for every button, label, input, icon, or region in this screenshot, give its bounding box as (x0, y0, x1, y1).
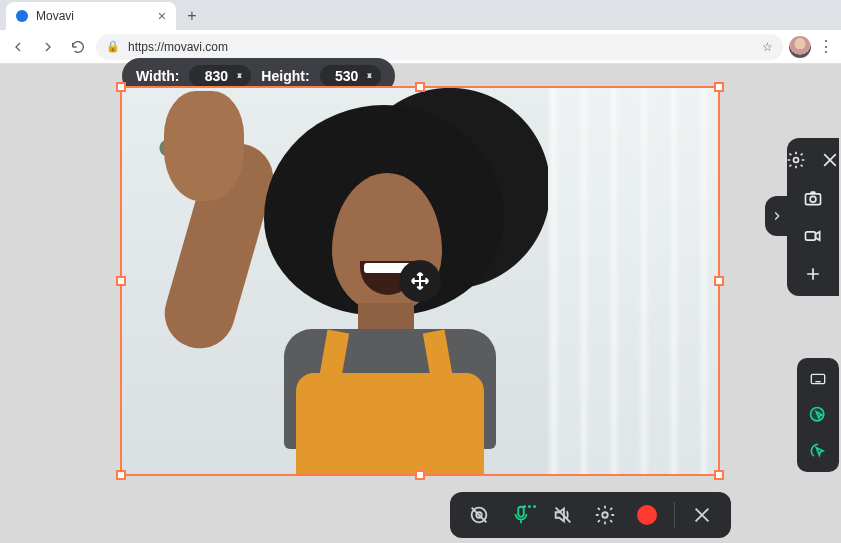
back-button[interactable] (6, 35, 30, 59)
divider (674, 502, 675, 528)
browser-chrome: Movavi × + 🔒 https://movavi.com ☆ ⋮ (0, 0, 841, 64)
svg-rect-1 (806, 194, 821, 205)
resize-handle-b[interactable] (415, 470, 425, 480)
move-selection-handle[interactable] (399, 260, 441, 302)
resize-handle-tl[interactable] (116, 82, 126, 92)
width-value: 830 (201, 68, 231, 84)
nav-bar: 🔒 https://movavi.com ☆ ⋮ (0, 30, 841, 64)
recorder-control-bar (450, 492, 731, 538)
svg-rect-3 (806, 232, 816, 240)
url-text: https://movavi.com (128, 40, 228, 54)
expand-panel-button[interactable] (765, 196, 789, 236)
tab-title: Movavi (36, 9, 74, 23)
record-dot-icon (637, 505, 657, 525)
recorder-settings-icon[interactable] (586, 496, 624, 534)
browser-menu-button[interactable]: ⋮ (817, 37, 835, 56)
system-audio-toggle-icon[interactable] (544, 496, 582, 534)
mic-level-indicator (523, 505, 536, 508)
resize-handle-tr[interactable] (714, 82, 724, 92)
close-tab-icon[interactable]: × (158, 9, 166, 23)
page-viewport: Width: 830 ▲ ▼ Height: 530 ▲ ▼ (0, 64, 841, 543)
height-label: Height: (261, 68, 309, 84)
height-field[interactable]: 530 ▲ ▼ (320, 65, 382, 87)
resize-handle-l[interactable] (116, 276, 126, 286)
capture-selection[interactable] (120, 86, 720, 476)
resize-handle-r[interactable] (714, 276, 724, 286)
svg-rect-8 (518, 507, 524, 517)
width-field[interactable]: 830 ▲ ▼ (189, 65, 251, 87)
video-camera-icon[interactable] (801, 224, 825, 248)
svg-point-0 (794, 158, 799, 163)
cancel-button[interactable] (683, 496, 721, 534)
record-button[interactable] (628, 496, 666, 534)
webcam-toggle-icon[interactable] (460, 496, 498, 534)
svg-point-2 (810, 196, 816, 202)
profile-avatar[interactable] (789, 36, 811, 58)
resize-handle-br[interactable] (714, 470, 724, 480)
webcam-person (244, 111, 524, 474)
tab-bar: Movavi × + (0, 0, 841, 30)
address-bar[interactable]: 🔒 https://movavi.com ☆ (96, 34, 783, 60)
webcam-background (548, 88, 718, 474)
camera-icon[interactable] (801, 186, 825, 210)
close-icon[interactable] (818, 148, 841, 172)
forward-button[interactable] (36, 35, 60, 59)
side-tools-panel (787, 138, 839, 296)
cursor-tools-panel (797, 358, 839, 472)
bookmark-icon[interactable]: ☆ (762, 40, 773, 54)
plus-icon[interactable] (801, 262, 825, 286)
highlight-clicks-icon[interactable] (804, 438, 832, 464)
reload-button[interactable] (66, 35, 90, 59)
highlight-cursor-icon[interactable] (804, 402, 832, 428)
new-tab-button[interactable]: + (180, 4, 204, 28)
resize-handle-t[interactable] (415, 82, 425, 92)
height-value: 530 (332, 68, 362, 84)
browser-tab[interactable]: Movavi × (6, 2, 176, 30)
gear-icon[interactable] (784, 148, 808, 172)
favicon-icon (16, 10, 28, 22)
microphone-toggle-icon[interactable] (502, 496, 540, 534)
keyboard-overlay-icon[interactable] (804, 366, 832, 392)
width-label: Width: (136, 68, 179, 84)
svg-point-9 (602, 512, 608, 518)
resize-handle-bl[interactable] (116, 470, 126, 480)
lock-icon: 🔒 (106, 40, 120, 53)
